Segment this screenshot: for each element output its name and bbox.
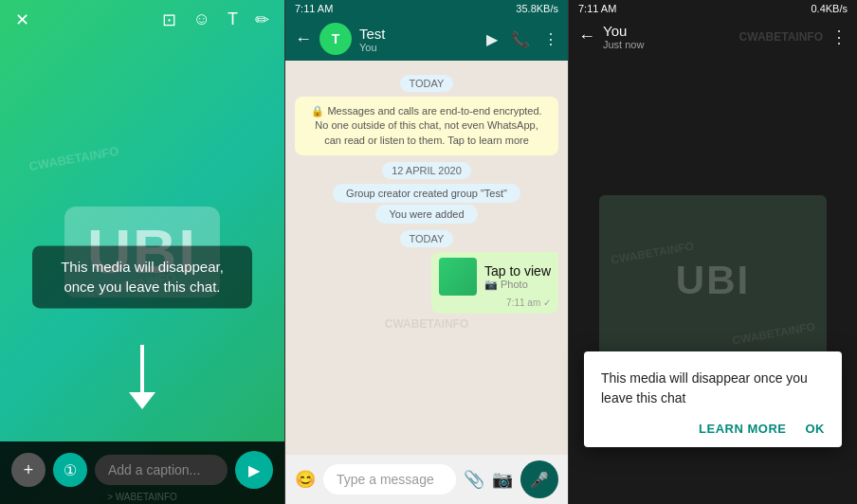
caption-input[interactable]: Add a caption...: [95, 455, 228, 485]
text-icon[interactable]: T: [228, 9, 238, 30]
p2-attach-icon[interactable]: 📎: [464, 469, 484, 490]
one-view-icon: ①: [64, 461, 77, 479]
panel3-content-area: UBI CWABETAINFO CWABETAINFO This media w…: [569, 56, 857, 504]
p2-watermark: CWABETAINFO: [295, 317, 558, 331]
tap-thumbnail: [439, 258, 477, 296]
p2-date-april: 12 APRIL 2020: [295, 161, 558, 178]
p2-header-icons: ▶ 📞 ⋮: [486, 30, 558, 48]
tap-info: Tap to view 📷 Photo: [484, 263, 551, 291]
tap-sub: 📷 Photo: [484, 279, 551, 291]
p3-header-info: You Just now: [603, 23, 732, 50]
p3-speed: 0.4KB/s: [811, 3, 848, 14]
p2-date-today2: TODAY: [295, 229, 558, 246]
panel1-footer-watermark: > WABETAINFO: [107, 492, 177, 502]
panel1-edit-icons: ⊡ ☺ T ✏: [162, 9, 269, 30]
p2-encrypted-msg[interactable]: 🔒 Messages and calls are end-to-end encr…: [295, 97, 558, 155]
p3-dark-logo: UBI: [676, 258, 750, 303]
panel3-dialog: This media will disappear once you leave…: [584, 351, 842, 447]
arrow-head: [129, 392, 155, 409]
panel1-arrow: [129, 345, 155, 409]
p3-back-button[interactable]: ←: [578, 27, 595, 46]
p3-dialog-actions: LEARN MORE OK: [601, 422, 825, 436]
p3-watermark2: CWABETAINFO: [731, 319, 816, 347]
p2-speed: 35.8KB/s: [516, 3, 558, 14]
panel2-status-bar: 7:11 AM 35.8KB/s: [285, 0, 568, 17]
arrow-line: [140, 345, 144, 392]
p3-header-watermark: CWABETAINFO: [739, 30, 823, 44]
p2-contact-name: Test: [359, 26, 479, 42]
panel1-photo-editor: UBI CWABETAINFO CWABETAINFO ✕ ⊡ ☺ T ✏ Th…: [0, 0, 284, 504]
p2-tap-bubble[interactable]: Tap to view 📷 Photo 7:11 am ✓: [431, 252, 558, 314]
panel2-header: ← T Test You ▶ 📞 ⋮: [285, 17, 568, 61]
emoji-icon[interactable]: ☺: [193, 9, 210, 30]
pen-icon[interactable]: ✏: [255, 9, 269, 30]
panel3-photo-view: 7:11 AM 0.4KB/s ← You Just now CWABETAIN…: [569, 0, 857, 504]
one-time-view-button[interactable]: ①: [53, 453, 87, 487]
panel3-header: ← You Just now CWABETAINFO ⋮: [569, 17, 857, 56]
send-icon: ▶: [248, 461, 260, 479]
p2-you-added: You were added: [295, 205, 558, 222]
learn-more-button[interactable]: LEARN MORE: [699, 422, 786, 436]
p3-menu-icon[interactable]: ⋮: [830, 27, 848, 47]
p2-group-created: Group creator created group "Test": [295, 184, 558, 201]
tap-label: Tap to view: [484, 263, 551, 279]
p3-contact-name: You: [603, 23, 732, 39]
plus-icon: +: [24, 460, 34, 480]
p3-time: 7:11 AM: [578, 3, 616, 14]
add-button[interactable]: +: [11, 453, 46, 487]
call-icon[interactable]: 📞: [511, 30, 530, 48]
panel1-watermark1: CWABETAINFO: [27, 143, 119, 172]
video-call-icon[interactable]: ▶: [486, 30, 498, 48]
p2-camera-icon[interactable]: 📷: [492, 469, 513, 490]
panel2-chat-area: TODAY 🔒 Messages and calls are end-to-en…: [285, 61, 568, 455]
panel2-chat: 7:11 AM 35.8KB/s ← T Test You ▶ 📞 ⋮ TODA…: [284, 0, 569, 504]
p2-bubble-outgoing: Tap to view 📷 Photo 7:11 am ✓: [295, 252, 558, 314]
p2-emoji-icon[interactable]: 😊: [295, 469, 316, 490]
close-icon[interactable]: ✕: [15, 9, 29, 30]
tap-to-view-box: Tap to view 📷 Photo: [439, 258, 551, 296]
p3-header-icons: ⋮: [830, 27, 848, 47]
p2-message-input[interactable]: Type a message: [323, 464, 456, 495]
p3-dialog-message: This media will disappear once you leave…: [601, 369, 825, 408]
panel1-top-bar: ✕ ⊡ ☺ T ✏: [0, 0, 284, 40]
p2-mic-button[interactable]: 🎤: [520, 460, 558, 498]
panel3-status-bar: 7:11 AM 0.4KB/s: [569, 0, 857, 17]
menu-icon[interactable]: ⋮: [543, 30, 558, 48]
p2-avatar: T: [319, 23, 352, 55]
p3-contact-sub: Just now: [603, 39, 732, 50]
send-button[interactable]: ▶: [235, 451, 273, 489]
ok-button[interactable]: OK: [806, 422, 826, 436]
crop-icon[interactable]: ⊡: [162, 9, 176, 30]
p2-header-info: Test You: [359, 26, 479, 53]
p2-time: 7:11 AM: [295, 3, 333, 14]
panel2-bottom-bar: 😊 Type a message 📎 📷 🎤: [285, 455, 568, 504]
p2-back-button[interactable]: ←: [295, 29, 312, 49]
p3-dark-preview: UBI CWABETAINFO CWABETAINFO: [599, 195, 827, 366]
bubble-time: 7:11 am ✓: [439, 297, 551, 308]
mic-icon: 🎤: [530, 471, 549, 489]
p2-contact-sub: You: [359, 42, 479, 53]
panel1-overlay-message: This media will disappear, once you leav…: [32, 245, 252, 308]
p2-date-today: TODAY: [295, 74, 558, 91]
